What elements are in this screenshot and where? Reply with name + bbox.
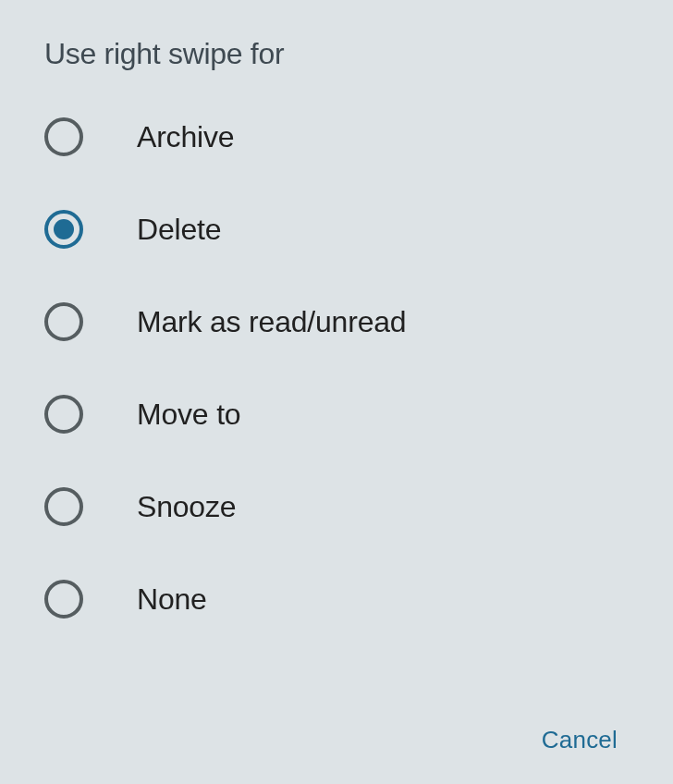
radio-icon xyxy=(44,302,83,341)
radio-label: Archive xyxy=(137,120,234,154)
radio-option-snooze[interactable]: Snooze xyxy=(44,487,629,526)
radio-label: Mark as read/unread xyxy=(137,305,406,339)
dialog-title: Use right swipe for xyxy=(44,37,629,71)
radio-inner-dot xyxy=(54,219,74,239)
radio-icon xyxy=(44,580,83,619)
radio-option-mark-read-unread[interactable]: Mark as read/unread xyxy=(44,302,629,341)
cancel-button[interactable]: Cancel xyxy=(531,718,629,762)
radio-icon xyxy=(44,117,83,156)
radio-option-archive[interactable]: Archive xyxy=(44,117,629,156)
radio-option-delete[interactable]: Delete xyxy=(44,210,629,249)
radio-icon xyxy=(44,395,83,434)
radio-icon xyxy=(44,487,83,526)
radio-label: None xyxy=(137,582,207,617)
radio-label: Delete xyxy=(137,213,221,247)
options-list: Archive Delete Mark as read/unread Move … xyxy=(44,117,629,619)
radio-option-move-to[interactable]: Move to xyxy=(44,395,629,434)
radio-icon-selected xyxy=(44,210,83,249)
radio-label: Move to xyxy=(137,398,240,432)
radio-option-none[interactable]: None xyxy=(44,580,629,619)
radio-label: Snooze xyxy=(137,490,236,524)
